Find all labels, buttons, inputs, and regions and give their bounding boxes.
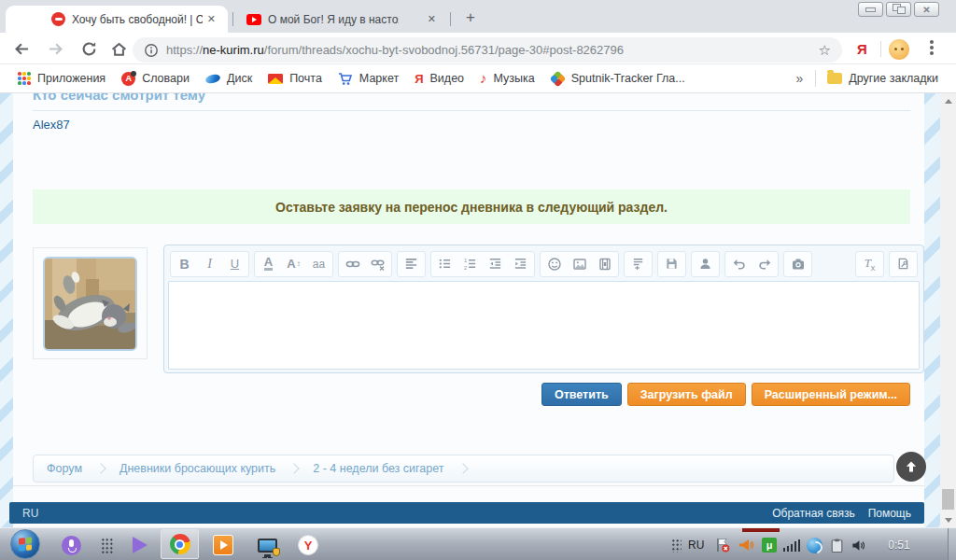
taskbar-yandex-browser-icon[interactable]: Y — [297, 534, 319, 556]
show-desktop-button[interactable] — [948, 528, 956, 560]
new-tab-button[interactable]: + — [459, 7, 482, 30]
horn-volume-icon[interactable] — [735, 534, 757, 556]
reply-buttons-row: Ответить Загрузить файл Расширенный режи… — [541, 383, 910, 406]
breadcrumb-current-section[interactable]: 2 - 4 недели без сигарет — [313, 462, 443, 475]
breadcrumb-forum[interactable]: Форум — [47, 462, 82, 475]
speaker-icon[interactable] — [847, 534, 869, 556]
underline-icon[interactable]: U — [223, 253, 246, 275]
restore-button[interactable] — [886, 2, 911, 17]
advanced-mode-button[interactable]: Расширенный режим... — [752, 383, 910, 406]
page-scrollbar[interactable] — [940, 93, 956, 527]
numbered-list-icon[interactable]: 12 — [458, 253, 482, 275]
taskbar-computer-icon[interactable] — [256, 534, 278, 556]
text-alignment-icon[interactable] — [400, 253, 423, 275]
outdent-icon[interactable] — [484, 253, 507, 275]
scrollbar-up-arrow[interactable] — [940, 93, 956, 108]
tab-forum[interactable]: Хочу быть свободной! | Страни ✕ — [6, 6, 228, 33]
bookmark-sputnik-tracker[interactable]: Sputnik-Tracker Гла... — [546, 69, 690, 89]
page-footer: RU Обратная связь Помощь — [9, 502, 924, 524]
youtube-favicon — [246, 14, 261, 25]
undo-icon[interactable] — [727, 253, 751, 275]
taskbar-media-player-icon[interactable] — [212, 534, 234, 556]
screenshot-camera-icon[interactable] — [786, 253, 809, 275]
viewing-user-link[interactable]: Alex87 — [33, 118, 70, 132]
remove-formatting-icon[interactable]: Tx — [858, 253, 881, 275]
reply-button[interactable]: Ответить — [541, 383, 622, 406]
dictionary-icon: А — [121, 72, 135, 86]
taskbar-clock[interactable]: 0:51 — [876, 539, 922, 552]
taskbar-kmplayer-icon[interactable] — [129, 534, 151, 556]
breadcrumb-diaries[interactable]: Дневники бросающих курить — [120, 462, 275, 475]
insert-quote-icon[interactable] — [626, 253, 650, 275]
language-indicator[interactable]: RU — [688, 539, 704, 552]
action-center-flag-icon[interactable] — [711, 534, 734, 556]
scrollbar-thumb[interactable] — [942, 489, 954, 510]
indent-icon[interactable] — [509, 253, 532, 275]
clipboard-icon[interactable] — [825, 534, 848, 556]
bookmarks-overflow-icon[interactable]: » — [790, 71, 808, 86]
start-button[interactable] — [10, 529, 40, 559]
url-path: /forum/threads/xochu-byt-svobodnoj.56731… — [264, 43, 624, 57]
save-draft-icon[interactable] — [660, 253, 683, 275]
forward-icon[interactable] — [47, 40, 64, 58]
close-tab-icon[interactable]: ✕ — [425, 12, 439, 26]
text-color-icon[interactable]: A — [257, 253, 280, 275]
tab-youtube[interactable]: О мой Бог! Я иду в настоящую ✕ — [235, 6, 448, 33]
bookmark-disk[interactable]: Диск — [201, 69, 257, 88]
bookmark-market[interactable]: Маркет — [333, 69, 403, 89]
bold-icon[interactable]: B — [173, 253, 196, 275]
address-bar[interactable]: https://ne-kurim.ru/forum/threads/xochu-… — [133, 37, 842, 63]
home-icon[interactable] — [110, 40, 128, 58]
bookmark-music[interactable]: ♪ Музыка — [475, 69, 540, 88]
user-avatar[interactable] — [43, 257, 137, 351]
yandex-extension-icon[interactable]: Я — [857, 41, 867, 57]
svg-text:2: 2 — [464, 265, 467, 271]
font-size-icon[interactable]: A↕ — [282, 253, 305, 275]
toolbar-group-mention — [691, 251, 720, 277]
close-window-button[interactable]: ✕ — [914, 2, 939, 17]
site-info-icon[interactable] — [144, 43, 159, 58]
scrollbar-down-arrow[interactable] — [940, 512, 956, 527]
reload-icon[interactable] — [80, 40, 98, 58]
reply-editor: B I U A A↕ aa — [163, 245, 924, 373]
taskbar-microphone-icon[interactable] — [60, 534, 82, 556]
insert-media-icon[interactable] — [593, 253, 616, 275]
redo-icon[interactable] — [752, 253, 776, 275]
sync-swirl-icon[interactable] — [803, 534, 825, 556]
reply-editor-area[interactable] — [168, 281, 920, 370]
back-icon[interactable] — [13, 40, 31, 58]
scroll-to-top-button[interactable] — [896, 452, 926, 482]
bookmark-video[interactable]: Я Видео — [410, 69, 469, 89]
font-family-icon[interactable]: aa — [307, 253, 330, 275]
minimize-button[interactable] — [858, 2, 883, 17]
footer-feedback-link[interactable]: Обратная связь — [772, 507, 854, 520]
bookmark-apps[interactable]: Приложения — [13, 69, 110, 88]
taskbar-app-grid-icon[interactable] — [95, 534, 118, 556]
bookmark-mail[interactable]: Почта — [263, 69, 327, 88]
italic-icon[interactable]: I — [198, 253, 221, 275]
tray-expand-icon[interactable] — [665, 534, 687, 556]
insert-image-icon[interactable] — [568, 253, 591, 275]
toolbar-group-screenshot — [783, 251, 812, 277]
bookmark-dictionaries[interactable]: А Словари — [117, 69, 194, 89]
bookmarks-bar: Приложения А Словари Диск Почта Маркет Я… — [0, 64, 956, 93]
footer-help-link[interactable]: Помощь — [868, 507, 911, 520]
tab-title: О мой Бог! Я иду в настоящую — [268, 13, 399, 26]
bookmark-star-icon[interactable]: ☆ — [819, 42, 831, 59]
taskbar-chrome-active[interactable] — [161, 529, 199, 559]
insert-link-icon[interactable] — [341, 253, 364, 275]
svg-text:1: 1 — [464, 258, 467, 263]
bbcode-editor-icon[interactable] — [892, 253, 915, 275]
network-signal-icon[interactable] — [780, 534, 803, 556]
utorrent-icon[interactable]: μ — [758, 534, 780, 556]
unlink-icon[interactable] — [366, 253, 389, 275]
browser-menu-icon[interactable] — [930, 40, 934, 44]
footer-language[interactable]: RU — [22, 507, 38, 520]
profile-avatar[interactable] — [889, 39, 909, 60]
bulleted-list-icon[interactable] — [433, 253, 457, 275]
smilies-icon[interactable] — [542, 253, 566, 275]
upload-file-button[interactable]: Загрузить файл — [627, 383, 746, 406]
close-tab-icon[interactable]: ✕ — [204, 12, 218, 26]
bookmark-other-bookmarks[interactable]: Другие закладки — [822, 69, 943, 88]
mention-user-icon[interactable] — [694, 253, 717, 275]
